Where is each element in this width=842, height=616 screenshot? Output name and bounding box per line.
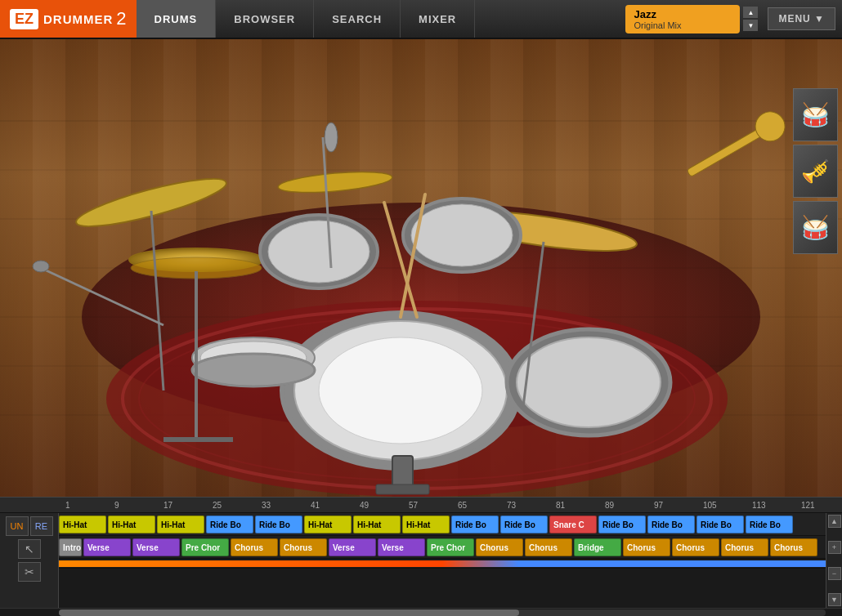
scroll-down-button[interactable]: ▼: [828, 593, 841, 606]
preset-arrows: ▲ ▼: [743, 7, 758, 31]
midi-block[interactable]: Chorus: [770, 538, 817, 556]
midi-block[interactable]: Snare C: [549, 516, 597, 533]
preset-sub: Original Mix: [634, 20, 732, 30]
midi-block[interactable]: Chorus: [231, 538, 278, 556]
logo-ez: EZ: [10, 9, 38, 29]
drum-kit-area: 🥁 🎺 🥁: [0, 39, 842, 497]
ruler-mark: 57: [409, 501, 458, 510]
seq-right-controls: ▲ + − ▼: [826, 513, 842, 608]
right-icon-2[interactable]: 🎺: [793, 145, 838, 198]
preset-name: Jazz: [634, 8, 732, 20]
ruler-mark: 89: [605, 501, 654, 510]
preset-area: Jazz Original Mix ▲ ▼ MENU ▼: [625, 5, 842, 33]
svg-point-43: [750, 106, 790, 146]
midi-block[interactable]: Ride Bo: [746, 516, 793, 533]
svg-point-36: [411, 204, 513, 266]
midi-block[interactable]: Ride Bo: [451, 516, 499, 533]
midi-block[interactable]: Chorus: [280, 538, 327, 556]
select-tool-row: ↖: [18, 539, 41, 559]
midi-block[interactable]: Chorus: [721, 538, 768, 556]
select-tool[interactable]: ↖: [18, 539, 41, 559]
ruler-mark: 105: [703, 501, 752, 510]
midi-block[interactable]: Ride Bo: [206, 516, 253, 533]
midi-block[interactable]: Chorus: [623, 538, 670, 556]
midi-block[interactable]: Pre Chor: [427, 538, 474, 556]
cut-tool-row: ✂: [18, 562, 41, 582]
scroll-plus-button[interactable]: +: [828, 541, 841, 554]
sequencer-area: 191725334149576573818997105113121 UN RE …: [0, 497, 842, 616]
midi-block[interactable]: Verse: [329, 538, 376, 556]
cut-tool[interactable]: ✂: [18, 562, 41, 582]
preset-arrow-down[interactable]: ▼: [743, 20, 758, 31]
midi-block[interactable]: Chorus: [525, 538, 572, 556]
svg-point-41: [33, 261, 49, 272]
tab-search[interactable]: SEARCH: [314, 0, 401, 38]
seq-content: Hi-HatHi-HatHi-HatRide BoRide BoHi-HatHi…: [59, 513, 826, 608]
svg-point-31: [277, 168, 392, 196]
midi-block[interactable]: Ride Bo: [598, 516, 646, 533]
midi-block[interactable]: Ride Bo: [696, 516, 744, 533]
track-row-1: Hi-HatHi-HatHi-HatRide BoRide BoHi-HatHi…: [59, 513, 826, 536]
scrollbar-thumb[interactable]: [59, 609, 519, 616]
trumpet-icon: 🎺: [801, 158, 830, 185]
ruler-mark: 9: [114, 501, 163, 510]
midi-block[interactable]: Verse: [132, 538, 180, 556]
track-lane-1: Hi-HatHi-HatHi-HatRide BoRide BoHi-HatHi…: [59, 513, 826, 535]
logo-2: 2: [116, 8, 126, 29]
midi-block[interactable]: Intro: [59, 538, 82, 556]
tab-mixer[interactable]: MIXER: [401, 0, 475, 38]
undo-redo-row: UN RE: [6, 516, 53, 536]
scrollbar-track[interactable]: [59, 609, 826, 616]
drum-kit-svg: [0, 39, 842, 497]
preset-dropdown[interactable]: Jazz Original Mix: [625, 5, 740, 33]
seq-tools: UN RE ↖ ✂: [0, 513, 59, 608]
right-icon-1[interactable]: 🥁: [793, 88, 838, 141]
midi-block[interactable]: Hi-Hat: [157, 516, 204, 533]
preset-info: Jazz Original Mix: [634, 8, 732, 30]
sequencer-main: UN RE ↖ ✂ Hi-HatHi-HatHi-HatRide BoRide …: [0, 513, 842, 608]
midi-block[interactable]: Ride Bo: [255, 516, 302, 533]
ruler-mark: 65: [458, 501, 507, 510]
track-row-3: [59, 559, 826, 569]
menu-button[interactable]: MENU ▼: [768, 7, 835, 30]
midi-block[interactable]: Ride Bo: [500, 516, 548, 533]
svg-point-17: [517, 337, 661, 427]
ruler-marks: 191725334149576573818997105113121: [65, 501, 842, 510]
scroll-minus-button[interactable]: −: [828, 567, 841, 580]
midi-block[interactable]: Hi-Hat: [353, 516, 401, 533]
undo-button[interactable]: UN: [6, 516, 29, 536]
redo-button[interactable]: RE: [30, 516, 53, 536]
ruler-mark: 73: [507, 501, 556, 510]
midi-block[interactable]: Chorus: [476, 538, 523, 556]
midi-block[interactable]: Verse: [83, 538, 131, 556]
midi-block[interactable]: Ride Bo: [647, 516, 695, 533]
svg-rect-15: [376, 484, 429, 494]
hand-icon: 🥁: [801, 101, 830, 128]
midi-block[interactable]: Chorus: [672, 538, 719, 556]
ruler-mark: 81: [556, 501, 605, 510]
nav-tabs: DRUMS BROWSER SEARCH MIXER: [137, 0, 476, 38]
logo-drummer: DRUMMER: [43, 12, 113, 26]
scroll-up-button[interactable]: ▲: [828, 515, 841, 528]
ruler-mark: 33: [262, 501, 311, 510]
tab-drums[interactable]: DRUMS: [137, 0, 217, 38]
right-icon-panel: 🥁 🎺 🥁: [793, 88, 842, 254]
ruler-mark: 121: [801, 501, 842, 510]
svg-point-33: [268, 221, 369, 283]
ruler-mark: 25: [213, 501, 262, 510]
midi-block[interactable]: Verse: [378, 538, 425, 556]
midi-block[interactable]: Bridge: [574, 538, 621, 556]
ruler-mark: 17: [163, 501, 213, 510]
tambourine-icon: 🥁: [801, 214, 830, 241]
right-icon-3[interactable]: 🥁: [793, 201, 838, 254]
track-row-2: IntroVerseVersePre ChorChorusChorusVerse…: [59, 536, 826, 559]
midi-block[interactable]: Hi-Hat: [59, 516, 106, 533]
tab-browser[interactable]: BROWSER: [216, 0, 314, 38]
midi-block[interactable]: Pre Chor: [181, 538, 229, 556]
midi-block[interactable]: Hi-Hat: [304, 516, 352, 533]
midi-block[interactable]: Hi-Hat: [402, 516, 450, 533]
preset-arrow-up[interactable]: ▲: [743, 7, 758, 18]
horizontal-scrollbar: [0, 608, 842, 616]
midi-block[interactable]: Hi-Hat: [108, 516, 155, 533]
playback-bar[interactable]: [59, 560, 826, 567]
